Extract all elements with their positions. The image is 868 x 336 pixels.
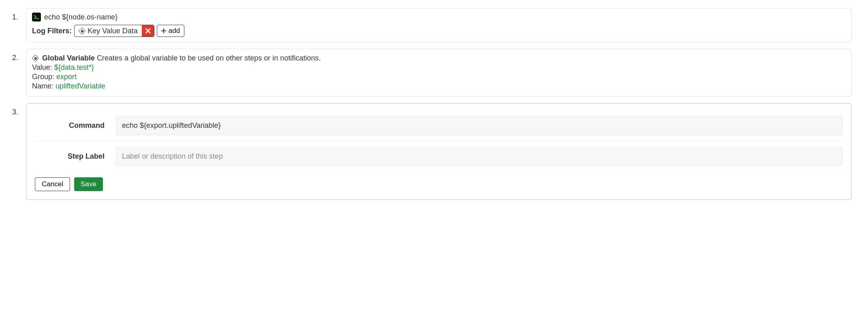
value-label: Value: (32, 63, 52, 71)
global-variable-description: Creates a global variable to be used on … (97, 54, 321, 62)
step-item: Command Step Label Cancel Save (8, 103, 852, 200)
global-variable-title: Global Variable (42, 54, 95, 62)
command-input[interactable] (116, 116, 843, 135)
add-filter-button[interactable]: add (157, 25, 184, 37)
plus-icon (161, 28, 166, 33)
log-filters-label: Log Filters: (32, 27, 72, 35)
remove-filter-button[interactable] (142, 25, 154, 37)
step-editor-card: Command Step Label Cancel Save (26, 103, 852, 200)
workflow-steps-list: echo ${node.os-name} Log Filters: Key Va… (8, 8, 852, 200)
terminal-icon (32, 13, 41, 22)
name-label: Name: (32, 82, 53, 90)
value-value: ${data.test*} (54, 63, 94, 71)
command-row: Command (35, 110, 843, 141)
close-icon (145, 28, 150, 33)
step-item: Global Variable Creates a global variabl… (8, 49, 852, 97)
step-card[interactable]: Global Variable Creates a global variabl… (26, 49, 852, 97)
step-item: echo ${node.os-name} Log Filters: Key Va… (8, 8, 852, 42)
save-button[interactable]: Save (74, 177, 103, 191)
step-label-input[interactable] (116, 147, 843, 166)
diamond-icon (32, 55, 38, 61)
step-label-label: Step Label (35, 152, 116, 161)
group-value: export (56, 73, 77, 81)
name-value: upliftedVariable (56, 82, 105, 90)
add-filter-label: add (169, 27, 180, 35)
filter-chip-label: Key Value Data (88, 27, 138, 35)
command-text: echo ${node.os-name} (44, 13, 118, 22)
step-label-row: Step Label (35, 141, 843, 172)
diamond-icon (79, 28, 85, 34)
command-label: Command (35, 121, 116, 130)
filter-chip[interactable]: Key Value Data (74, 25, 154, 37)
step-card[interactable]: echo ${node.os-name} Log Filters: Key Va… (26, 8, 852, 42)
group-label: Group: (32, 73, 54, 81)
cancel-button[interactable]: Cancel (35, 177, 70, 191)
